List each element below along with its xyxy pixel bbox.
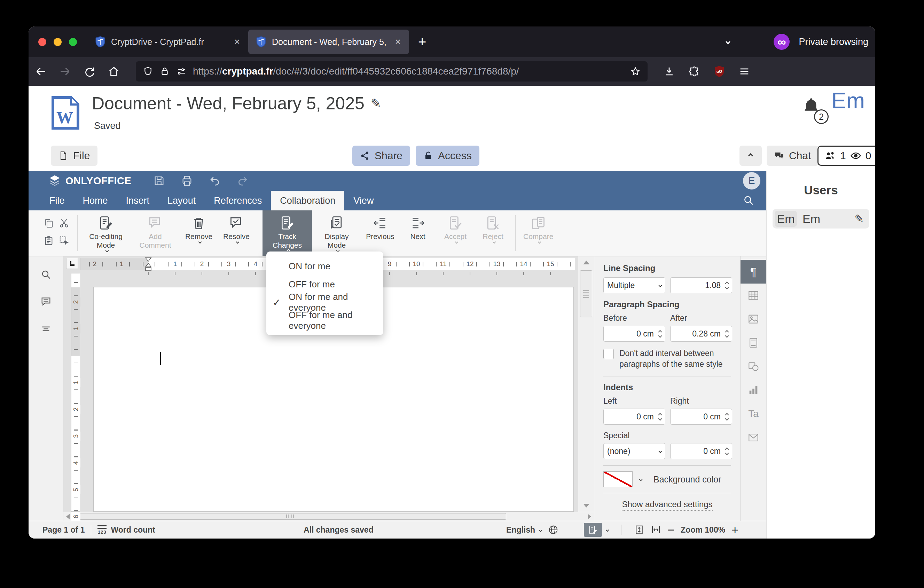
redo-icon[interactable]: [229, 175, 257, 187]
fit-page-icon[interactable]: [634, 525, 644, 535]
print-icon[interactable]: [173, 175, 201, 187]
select-all-icon[interactable]: [59, 236, 69, 247]
copy-icon[interactable]: [43, 218, 54, 230]
menu-item-on-for-me[interactable]: ON for me: [266, 257, 383, 275]
display-mode-button[interactable]: Display Mode: [312, 210, 361, 256]
collapse-toolbar-button[interactable]: [739, 145, 762, 166]
permissions-icon[interactable]: [176, 66, 186, 77]
vertical-ruler[interactable]: 21123456: [71, 273, 80, 512]
tab-stop-selector[interactable]: [66, 258, 78, 269]
find-icon[interactable]: [40, 269, 51, 281]
editor-user-avatar[interactable]: E: [743, 172, 761, 190]
page-indicator[interactable]: Page 1 of 1: [43, 525, 84, 535]
menu-hamburger-icon[interactable]: [735, 66, 753, 77]
track-changes-toggle[interactable]: [584, 523, 602, 537]
notifications-bell[interactable]: 2: [801, 96, 826, 122]
previous-change-button[interactable]: Previous: [361, 210, 399, 256]
shape-settings-icon[interactable]: [741, 355, 766, 378]
scroll-left-arrow[interactable]: [66, 514, 69, 519]
fit-width-icon[interactable]: [651, 525, 661, 535]
editor-search-icon[interactable]: [742, 194, 754, 208]
next-change-button[interactable]: Next: [399, 210, 437, 256]
menu-item-off-for-me[interactable]: OFF for me: [266, 275, 383, 293]
special-indent-select[interactable]: (none): [603, 443, 665, 459]
remove-comment-button[interactable]: Remove: [180, 210, 218, 256]
menu-file[interactable]: File: [40, 191, 74, 210]
undo-icon[interactable]: [201, 175, 229, 187]
image-settings-icon[interactable]: [741, 307, 766, 331]
chart-settings-icon[interactable]: [741, 378, 766, 402]
horizontal-scrollbar[interactable]: [63, 512, 594, 521]
back-button[interactable]: [28, 66, 53, 77]
show-advanced-settings-link[interactable]: Show advanced settings: [603, 499, 731, 509]
table-settings-icon[interactable]: [741, 284, 766, 307]
downloads-icon[interactable]: [660, 66, 678, 77]
tab-cryptdrive[interactable]: CryptDrive - CryptPad.fr ×: [87, 30, 248, 54]
forward-button[interactable]: [53, 66, 77, 77]
menu-view[interactable]: View: [344, 191, 383, 210]
paste-icon[interactable]: [43, 236, 54, 247]
shield-icon[interactable]: [143, 66, 153, 77]
zoom-level[interactable]: Zoom 100%: [681, 525, 725, 535]
background-color-swatch[interactable]: [603, 471, 633, 487]
url-text[interactable]: https://cryptpad.fr/doc/#/3/doc/edit/ff0…: [193, 66, 624, 77]
file-button[interactable]: File: [51, 145, 97, 166]
scroll-down-arrow[interactable]: [583, 504, 589, 507]
vertical-scrollbar[interactable]: [578, 256, 594, 512]
account-name[interactable]: Em: [832, 88, 865, 114]
save-icon[interactable]: [145, 175, 173, 187]
notification-count-badge[interactable]: 2: [814, 109, 828, 124]
cut-icon[interactable]: [59, 218, 69, 230]
menu-collaboration[interactable]: Collaboration: [271, 191, 344, 210]
indent-left-spinner[interactable]: 0 cm: [603, 409, 665, 424]
comments-panel-icon[interactable]: [40, 296, 51, 309]
close-window-button[interactable]: [38, 38, 46, 46]
maximize-window-button[interactable]: [69, 38, 77, 46]
paragraph-settings-icon[interactable]: ¶: [741, 260, 766, 284]
scroll-up-arrow[interactable]: [583, 261, 589, 264]
background-color-chevron[interactable]: [635, 471, 646, 487]
vertical-scroll-thumb[interactable]: [580, 270, 592, 317]
text-art-settings-icon[interactable]: Ta: [741, 402, 766, 426]
edit-title-pencil-icon[interactable]: ✎: [371, 96, 381, 111]
resolve-comment-button[interactable]: Resolve: [218, 210, 255, 256]
spellcheck-globe-icon[interactable]: [548, 525, 558, 535]
lock-icon[interactable]: [160, 66, 170, 77]
ublock-icon[interactable]: uO: [710, 66, 728, 77]
menu-layout[interactable]: Layout: [158, 191, 205, 210]
track-toggle-chevron[interactable]: [606, 528, 609, 532]
menu-references[interactable]: References: [205, 191, 271, 210]
mail-merge-icon[interactable]: [741, 426, 766, 449]
chat-button[interactable]: Chat: [767, 145, 818, 166]
user-row[interactable]: Em Em ✎: [772, 209, 870, 228]
share-button[interactable]: Share: [352, 145, 410, 166]
spacing-before-spinner[interactable]: 0 cm: [603, 326, 665, 342]
url-bar[interactable]: https://cryptpad.fr/doc/#/3/doc/edit/ff0…: [136, 61, 648, 81]
new-tab-button[interactable]: +: [418, 34, 426, 50]
extensions-icon[interactable]: [685, 66, 703, 77]
access-button[interactable]: Access: [416, 145, 479, 166]
bookmark-star-icon[interactable]: [630, 66, 640, 77]
co-editing-mode-button[interactable]: Co-editing Mode: [81, 210, 130, 256]
indent-markers[interactable]: [145, 257, 152, 274]
header-footer-settings-icon[interactable]: [741, 331, 766, 355]
list-tabs-chevron-icon[interactable]: [726, 40, 731, 44]
navigation-panel-icon[interactable]: [40, 323, 51, 336]
language-selector[interactable]: English: [506, 525, 542, 535]
minimize-window-button[interactable]: [54, 38, 62, 46]
document-title[interactable]: Document - Wed, February 5, 2025: [92, 93, 365, 114]
reload-button[interactable]: [77, 66, 102, 77]
tab-close-icon[interactable]: ×: [232, 36, 242, 47]
menu-item-on-for-me-and-everyone[interactable]: ✓ON for me and everyone: [266, 293, 383, 311]
presence-pill[interactable]: 1 0: [817, 145, 875, 166]
no-interval-checkbox[interactable]: [603, 349, 614, 359]
zoom-out-button[interactable]: −: [667, 523, 674, 537]
edit-user-pencil-icon[interactable]: ✎: [855, 212, 864, 225]
menu-item-off-for-me-and-everyone[interactable]: OFF for me and everyone: [266, 311, 383, 330]
spacing-after-spinner[interactable]: 0.28 cm: [670, 326, 732, 342]
track-changes-button[interactable]: Track Changes: [262, 210, 312, 256]
menu-insert[interactable]: Insert: [117, 191, 159, 210]
tab-document[interactable]: Document - Wed, February 5, 2( ×: [248, 30, 409, 54]
line-spacing-value-spinner[interactable]: 1.08: [670, 277, 732, 293]
menu-home[interactable]: Home: [74, 191, 117, 210]
